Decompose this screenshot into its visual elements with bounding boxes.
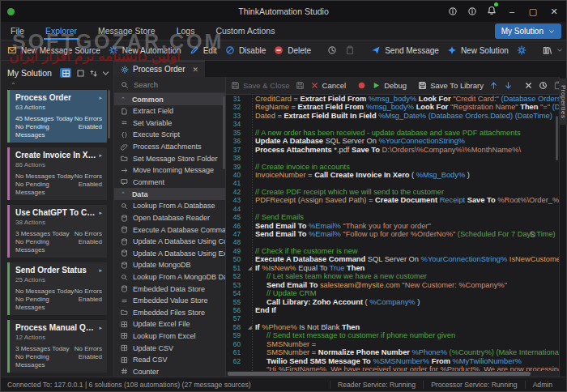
card-menu-icon[interactable]: ▸ bbox=[96, 210, 102, 216]
menu-item-explorer[interactable]: Explorer bbox=[44, 23, 79, 40]
code-line-51[interactable]: 51◢If %IsNew% Equal To True Then bbox=[226, 264, 559, 272]
menu-item-custom-actions[interactable]: Custom Actions bbox=[214, 23, 276, 40]
code-line-50[interactable]: 50Execute A Database Command SQL Server … bbox=[226, 255, 559, 263]
code-line-52[interactable]: 52// Let sales team know we have a new c… bbox=[226, 272, 559, 280]
fold-marker-icon[interactable]: ◢ bbox=[248, 323, 252, 331]
help-icon[interactable] bbox=[448, 6, 458, 16]
action-item-lookup-from-a-mongodb-database[interactable]: Lookup From A MongoDB Database bbox=[114, 271, 225, 283]
clipboard-button[interactable] bbox=[345, 45, 355, 55]
tab-close-icon[interactable]: ✕ bbox=[189, 66, 198, 74]
automation-card-process-manual-quote-files[interactable]: Process Manual Quote Files▸12 Actions3 M… bbox=[7, 320, 107, 373]
automation-card-send-order-status[interactable]: Send Order Status▸25 ActionsNo Messages … bbox=[7, 262, 107, 315]
code-line-wrap[interactable]: "Hi %FirstName%. We have received your o… bbox=[226, 365, 559, 371]
code-line-55[interactable]: 55Call Library: Zoho Account ( %Company%… bbox=[226, 298, 559, 306]
action-item-execute-a-database-command[interactable]: Execute A Database Command bbox=[114, 224, 225, 236]
code-line-53[interactable]: 53Send Email To salesteam@mysite.com "Ne… bbox=[226, 281, 559, 289]
code-line-37[interactable]: 37Process Attachments *.pdf Save To D:\O… bbox=[226, 146, 559, 154]
actions-search[interactable]: Search bbox=[114, 77, 225, 93]
action-item-comment[interactable]: Comment bbox=[114, 177, 225, 189]
action-item-lookup-from-a-database[interactable]: Lookup From A Database bbox=[114, 200, 225, 212]
code-line-31[interactable]: 31CreditCard = Extract Field From %msg_b… bbox=[226, 95, 559, 103]
action-item-execute-script[interactable]: Execute Script bbox=[114, 129, 225, 141]
action-item-lookup-from-excel[interactable]: Lookup From Excel bbox=[114, 330, 225, 343]
menu-item-logs[interactable]: Logs bbox=[175, 23, 197, 40]
action-item-update-mongodb[interactable]: Update MongoDB bbox=[114, 259, 225, 271]
code-line-49[interactable]: 49// Check if the customer is new bbox=[226, 247, 559, 255]
code-line-61[interactable]: 61SMSNumber = Normalize Phone Number %Ph… bbox=[226, 348, 559, 356]
tab-process-order[interactable]: Process Order ✕ bbox=[114, 61, 205, 77]
action-item-set-message-store-folder[interactable]: Set Message Store Folder bbox=[114, 152, 225, 164]
actions-section-common[interactable]: ⌃Common bbox=[114, 93, 225, 105]
menu-item-message-store[interactable]: Message Store bbox=[96, 23, 157, 40]
collapse-all-icon[interactable]: ⌃ bbox=[7, 82, 110, 90]
automation-card-use-chatgpt-to-categorize[interactable]: Use ChatGPT To Categorize...▸38 Actions3… bbox=[7, 205, 107, 258]
actions-scrollbar[interactable] bbox=[223, 96, 225, 169]
code-area[interactable]: 31CreditCard = Extract Field From %msg_b… bbox=[226, 95, 559, 371]
code-line-41[interactable]: 41 bbox=[226, 179, 559, 187]
code-line-44[interactable]: 44 bbox=[226, 205, 559, 213]
record-button[interactable] bbox=[357, 81, 366, 90]
code-line-33[interactable]: 33Dated = Extract Field Built In Field %… bbox=[226, 112, 559, 120]
code-line-46[interactable]: 46Send Email To %Email% "Thank you for y… bbox=[226, 222, 559, 230]
code-line-58[interactable]: 58◢If %Phone% Is Not Blank Then bbox=[226, 323, 559, 331]
action-item-set-variable[interactable]: Set Variable bbox=[114, 117, 225, 130]
new-solution-button[interactable]: New Solution bbox=[447, 45, 509, 55]
properties-tab[interactable]: Properties bbox=[560, 79, 567, 125]
action-item-open-database-reader[interactable]: Open Database Reader bbox=[114, 212, 225, 224]
move-up-button[interactable] bbox=[489, 81, 498, 90]
maximize-button[interactable]: ▢ bbox=[527, 6, 539, 17]
edit-button[interactable]: Edit bbox=[190, 45, 217, 55]
card-menu-icon[interactable]: ▸ bbox=[96, 325, 102, 331]
code-line-38[interactable]: 38 bbox=[226, 154, 559, 162]
action-item-update-excel-file[interactable]: Update Excel File bbox=[114, 318, 225, 330]
info-icon[interactable] bbox=[467, 6, 477, 16]
sort-icon[interactable] bbox=[89, 69, 98, 78]
code-line-54[interactable]: 54// Update CRM bbox=[226, 289, 559, 297]
action-item-embedded-data-store[interactable]: Embedded Data Store bbox=[114, 283, 225, 295]
card-view-button[interactable] bbox=[60, 68, 71, 78]
code-line-35[interactable]: 35// A new order has been received - upd… bbox=[226, 129, 559, 137]
code-line-45[interactable]: 45// Send Emails bbox=[226, 213, 559, 221]
save-close-button[interactable]: Save & Close bbox=[231, 81, 290, 90]
code-line-36[interactable]: 36Update A Database SQL Server On %YourC… bbox=[226, 137, 559, 145]
disable-button[interactable]: Disable bbox=[225, 45, 266, 55]
code-line-56[interactable]: 56End If bbox=[226, 306, 559, 314]
action-item-extract-field[interactable]: Extract Field bbox=[114, 105, 225, 117]
code-line-47[interactable]: 47Send Email To %Email% "Follow up for o… bbox=[226, 230, 559, 238]
editor-horizontal-scrollbar[interactable] bbox=[226, 371, 559, 377]
automation-card-process-order[interactable]: Process Order▸63 Actions45 Messages Toda… bbox=[7, 90, 107, 143]
new-automation-button[interactable]: New Automation bbox=[109, 45, 181, 55]
code-line-60[interactable]: 60SMSNumber = bbox=[226, 340, 559, 348]
automation-card-create-invoice-in-xero[interactable]: Create Invoice In Xero▸86 ActionsNo Mess… bbox=[7, 147, 107, 200]
code-line-57[interactable]: 57 bbox=[226, 314, 559, 322]
move-down-button[interactable] bbox=[504, 81, 513, 90]
fold-marker-icon[interactable]: ◢ bbox=[248, 264, 252, 272]
chevron-down-icon[interactable] bbox=[101, 69, 110, 78]
list-view-button[interactable] bbox=[75, 68, 86, 78]
action-item-update-a-database-using-custom-sql[interactable]: Update A Database Using Custom SQL bbox=[114, 236, 225, 248]
action-item-move-incoming-message[interactable]: Move Incoming Message bbox=[114, 164, 225, 177]
card-menu-icon[interactable]: ▸ bbox=[96, 152, 102, 159]
copy-button[interactable] bbox=[539, 81, 548, 90]
code-line-34[interactable]: 34 bbox=[226, 120, 559, 128]
clock-button[interactable] bbox=[327, 45, 337, 55]
debug-button[interactable]: Debug bbox=[372, 81, 407, 90]
code-line-43[interactable]: 43PDFReceipt (Assign Saved Path) = Creat… bbox=[226, 196, 559, 204]
close-button[interactable]: ✕ bbox=[548, 6, 560, 17]
action-item-counter[interactable]: Counter bbox=[114, 365, 225, 377]
action-item-update-csv[interactable]: Update CSV bbox=[114, 342, 225, 354]
send-message-button[interactable]: Send Message bbox=[371, 45, 439, 55]
sidebar-scrollbar[interactable] bbox=[108, 90, 110, 138]
menu-item-file[interactable]: File bbox=[9, 23, 26, 40]
action-item-embedded-files-store[interactable]: Embedded Files Store bbox=[114, 307, 225, 319]
actions-section-data[interactable]: ⌃Data bbox=[114, 188, 225, 200]
code-line-39[interactable]: 39// Create invoice in accounts bbox=[226, 163, 559, 171]
code-line-62[interactable]: 62Twilio Send SMS Message To %SMSNumber%… bbox=[226, 357, 559, 365]
code-line-32[interactable]: 32RegName = Extract Field From %msg_body… bbox=[226, 103, 559, 111]
card-menu-icon[interactable]: ▸ bbox=[96, 267, 102, 274]
action-item-read-csv[interactable]: Read CSV bbox=[114, 354, 225, 366]
library-button[interactable] bbox=[543, 45, 563, 55]
card-menu-icon[interactable]: ▸ bbox=[96, 95, 102, 101]
code-line-40[interactable]: 40InvoiceNumber = Call Create Invoice In… bbox=[226, 171, 559, 179]
code-line-42[interactable]: 42// Create PDF receipt which we will se… bbox=[226, 188, 559, 196]
